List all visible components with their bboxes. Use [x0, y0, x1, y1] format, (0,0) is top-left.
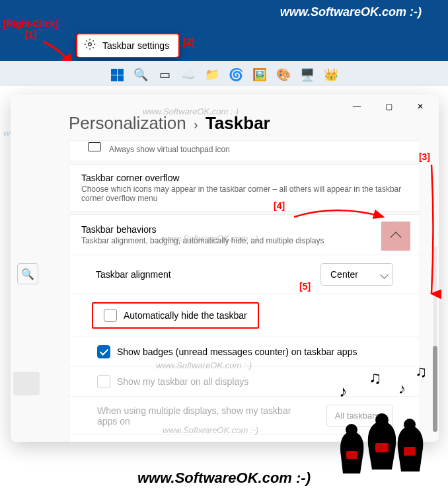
- all-displays-row: Show my taskbar on all displays: [69, 366, 420, 396]
- alignment-select[interactable]: Center: [320, 263, 393, 286]
- context-menu-label: Taskbar settings: [102, 40, 169, 51]
- badges-checkbox[interactable]: [97, 345, 110, 358]
- watermark-settings: www.SoftwareOK.com :-): [156, 360, 252, 370]
- annotation-5: [5]: [299, 281, 311, 292]
- sidebar-item-personalization[interactable]: [13, 372, 40, 395]
- multi-display-select[interactable]: All taskbars: [326, 405, 393, 427]
- behaviors-panel: Taskbar behaviors Taskbar alignment, bad…: [69, 214, 420, 442]
- watermark-bottom: www.SoftwareOK.com :-): [137, 470, 311, 487]
- settings-sidebar: 🔍: [11, 121, 44, 438]
- app-icon[interactable]: 🎨: [276, 67, 291, 83]
- edge-icon[interactable]: 🌀: [228, 67, 244, 83]
- multi-display-label: When using multiple displays, show my ta…: [97, 405, 295, 427]
- scrollbar-thumb[interactable]: [433, 346, 437, 432]
- arrow-icon: [422, 161, 441, 303]
- svg-rect-7: [404, 447, 416, 456]
- chevron-right-icon: ›: [194, 117, 198, 132]
- widgets-icon[interactable]: ☁️: [180, 67, 196, 83]
- alignment-row: Taskbar alignment Center: [69, 255, 420, 294]
- context-menu-taskbar-settings[interactable]: Taskbar settings: [76, 33, 180, 58]
- watermark-settings: www.SoftwareOK.com :-): [163, 425, 258, 435]
- autohide-row: Automatically hide the taskbar: [69, 294, 420, 337]
- svg-rect-9: [346, 451, 357, 459]
- task-view-icon[interactable]: ▭: [157, 67, 172, 83]
- autohide-checkbox[interactable]: [104, 309, 117, 322]
- settings-content: Personalization › Taskbar Always show vi…: [50, 95, 439, 442]
- far-corner-row: Select the far corner of the taskbar to …: [69, 434, 420, 442]
- search-icon[interactable]: 🔍: [133, 67, 149, 83]
- start-button[interactable]: [109, 67, 125, 83]
- desktop-background: www.SoftwareOK.com :-) [Right-Click] [1]…: [0, 0, 448, 86]
- chevron-up-icon: [391, 232, 402, 243]
- badges-label: Show badges (unread messages counter) on…: [117, 347, 357, 357]
- breadcrumb: Personalization › Taskbar: [69, 113, 420, 134]
- all-displays-label: Show my taskbar on all displays: [117, 376, 248, 387]
- annotation-4: [4]: [274, 200, 285, 211]
- annotation-rightclick: [Right-Click] [1]: [3, 19, 58, 40]
- all-displays-checkbox[interactable]: [97, 375, 110, 388]
- app-icon[interactable]: 🖼️: [252, 67, 268, 83]
- explorer-icon[interactable]: 📁: [204, 67, 220, 83]
- taskbar[interactable]: www.SoftwareOK.com :-) 🔍 ▭ ☁️ 📁 🌀 🖼️ 🎨 🖥…: [0, 61, 448, 86]
- gear-icon: [84, 38, 96, 53]
- app-icon[interactable]: 🖥️: [299, 67, 315, 83]
- overflow-title: Taskbar corner overflow: [81, 173, 408, 183]
- autohide-label: Automatically hide the taskbar: [124, 310, 247, 321]
- annotation-2: [2]: [183, 36, 194, 47]
- svg-point-1: [89, 43, 92, 46]
- watermark-settings: www.SoftwareOK.com :-): [163, 233, 258, 243]
- watermark-top: www.SoftwareOK.com :-): [280, 5, 422, 19]
- settings-window: — ▢ ✕ 🔍 Personalization › Taskbar Always…: [11, 95, 439, 442]
- sidebar-search[interactable]: 🔍: [17, 263, 38, 284]
- arrow-icon: [291, 198, 390, 227]
- virtual-touchpad-row[interactable]: Always show virtual touchpad icon: [69, 140, 420, 161]
- touchpad-desc: Always show virtual touchpad icon: [109, 145, 230, 154]
- alignment-label: Taskbar alignment: [96, 269, 171, 280]
- watermark-settings: www.SoftwareOK.com :-): [143, 106, 239, 116]
- svg-rect-5: [375, 443, 389, 452]
- annotation-highlight-5: Automatically hide the taskbar: [92, 302, 259, 329]
- touchpad-icon: [88, 142, 101, 151]
- app-icon[interactable]: 👑: [323, 67, 339, 83]
- annotation-3: [3]: [419, 151, 430, 162]
